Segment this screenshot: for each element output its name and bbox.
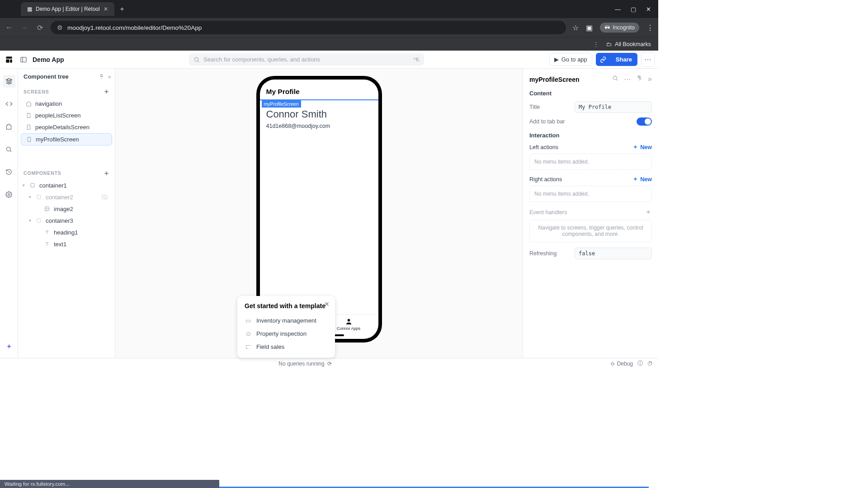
add-event-handler-button[interactable]: ＋ [645, 207, 652, 217]
forward-button[interactable]: → [20, 23, 29, 32]
component-item-image2[interactable]: image2 [21, 203, 112, 215]
new-right-action-button[interactable]: ＋ New [632, 175, 652, 183]
svg-rect-35 [611, 363, 614, 365]
title-input[interactable] [575, 101, 652, 113]
component-item-text1[interactable]: text1 [21, 239, 112, 250]
screen-icon [25, 113, 32, 118]
svg-rect-13 [27, 125, 30, 130]
go-to-app-button[interactable]: ▶ Go to app [549, 53, 592, 66]
selection-badge[interactable]: myProfileScreen [262, 100, 301, 108]
copy-link-button[interactable] [596, 53, 610, 66]
rail-settings-icon[interactable] [3, 188, 15, 201]
address-bar[interactable]: ⚙ moodjoy1.retool.com/mobile/editor/Demo… [51, 21, 566, 34]
screen-item-myProfileScreen[interactable]: myProfileScreen [21, 133, 112, 145]
inspector-panel: myProfileScreen ⋯ » Content Title Add to… [523, 69, 658, 358]
popover-title: Get started with a template [245, 302, 328, 310]
extensions-icon[interactable]: ▣ [586, 23, 593, 32]
add-component-button[interactable]: ＋ [103, 169, 110, 178]
pin-icon[interactable] [99, 74, 104, 80]
maximize-icon[interactable]: ▢ [631, 6, 636, 13]
chrome-menu-icon[interactable]: ⋮ [646, 23, 654, 32]
svg-point-7 [7, 147, 11, 151]
template-inventory[interactable]: ▭ Inventory management [245, 314, 328, 327]
add-screen-button[interactable]: ＋ [103, 87, 110, 96]
component-item-container3[interactable]: ▾container3 [21, 215, 112, 226]
component-item-container2[interactable]: ▾container2 [21, 192, 112, 203]
browser-tab[interactable]: ▦ Demo App | Editor | Retool ✕ [21, 2, 114, 16]
tab-favicon: ▦ [27, 6, 32, 12]
rail-search-icon[interactable] [3, 143, 15, 155]
chevron-down-icon[interactable]: ▾ [29, 195, 31, 199]
url-text: moodjoy1.retool.com/mobile/editor/Demo%2… [67, 24, 202, 31]
template-field-sales[interactable]: ⫍ Field sales [245, 340, 328, 353]
reload-button[interactable]: ⟳ [35, 23, 44, 32]
svg-line-10 [9, 172, 10, 172]
svg-point-31 [347, 319, 350, 322]
incognito-chip[interactable]: 🕶 Incognito [600, 23, 639, 33]
component-tree-panel: Component tree « SCREENS ＋ navigationpeo… [18, 69, 115, 358]
status-help-icon[interactable]: ⓘ [637, 360, 643, 367]
new-left-action-button[interactable]: ＋ New [632, 143, 652, 151]
rail-components-icon[interactable] [3, 75, 15, 88]
debug-button[interactable]: Debug [610, 361, 633, 367]
new-tab-button[interactable]: ＋ [119, 5, 125, 13]
svg-rect-15 [31, 183, 34, 187]
box-dashed-icon [36, 194, 42, 200]
close-icon[interactable]: ✕ [104, 6, 108, 12]
folder-icon: 🗀 [606, 41, 612, 47]
search-input[interactable]: Search for components, queries, and acti… [189, 53, 424, 66]
inventory-icon: ▭ [245, 317, 252, 324]
screen-item-navigation[interactable]: navigation [21, 98, 112, 109]
chevron-down-icon[interactable]: ▾ [23, 183, 25, 188]
search-icon[interactable] [612, 75, 618, 84]
svg-line-8 [10, 150, 11, 152]
image-icon [44, 206, 50, 211]
hidden-icon[interactable] [101, 194, 108, 200]
screen-item-peopleListScreen[interactable]: peopleListScreen [21, 110, 112, 121]
all-bookmarks-folder[interactable]: 🗀 All Bookmarks [606, 41, 651, 47]
query-status: No queries running ⟳ [5, 361, 605, 367]
more-icon[interactable]: ⋯ [624, 75, 631, 84]
bookmark-star-icon[interactable]: ☆ [572, 23, 579, 32]
bookmarks-menu-icon[interactable]: ⋮ [593, 41, 599, 47]
tab-bar-label: Add to tab bar [529, 118, 637, 125]
rail-code-icon[interactable] [3, 98, 15, 110]
close-window-icon[interactable]: ✕ [646, 6, 651, 13]
search-placeholder: Search for components, queries, and acti… [203, 56, 320, 63]
component-item-container1[interactable]: ▾container1 [21, 180, 112, 191]
screen-item-peopleDetailsScreen[interactable]: peopleDetailsScreen [21, 122, 112, 133]
text-icon [44, 241, 50, 247]
back-button[interactable]: ← [5, 23, 14, 32]
app-more-button[interactable]: ⋯ [641, 52, 655, 67]
canvas[interactable]: My Profile myProfileScreen Connor Smith … [115, 69, 523, 358]
event-handlers-label: Event handlers [529, 209, 567, 216]
app-top-bar: Demo App Search for components, queries,… [0, 51, 658, 69]
rail-state-icon[interactable] [3, 120, 15, 133]
expand-icon[interactable]: » [648, 75, 652, 84]
tab-bar-toggle[interactable] [637, 117, 652, 126]
content-section: Content [529, 90, 652, 97]
template-property[interactable]: ⊙ Property inspection [245, 327, 328, 340]
svg-rect-1 [6, 59, 9, 63]
site-settings-icon[interactable]: ⚙ [57, 24, 63, 31]
right-actions-label: Right actions [529, 176, 562, 183]
component-item-heading1[interactable]: heading1 [21, 227, 112, 238]
collapse-panel-icon[interactable]: « [108, 73, 111, 80]
browser-nav-bar: ← → ⟳ ⚙ moodjoy1.retool.com/mobile/edito… [0, 18, 658, 37]
share-button[interactable]: Share [610, 53, 637, 66]
browser-tabs-bar: ▦ Demo App | Editor | Retool ✕ ＋ — ▢ ✕ [0, 0, 658, 18]
panel-toggle-icon[interactable] [20, 56, 27, 63]
retool-logo[interactable] [4, 54, 14, 65]
refreshing-label: Refreshing [529, 250, 575, 257]
refreshing-input[interactable] [575, 248, 652, 259]
minimize-icon[interactable]: — [615, 6, 621, 13]
right-actions-empty: No menu items added. [529, 186, 652, 202]
rail-ai-icon[interactable] [3, 341, 15, 353]
unpin-icon[interactable] [637, 75, 642, 84]
close-icon[interactable]: ✕ [324, 300, 330, 308]
status-activity-icon[interactable]: ⏱ [647, 361, 653, 367]
chevron-down-icon[interactable]: ▾ [29, 218, 31, 223]
rail-history-icon[interactable] [3, 165, 15, 178]
tab-title: Demo App | Editor | Retool [36, 6, 100, 12]
svg-rect-16 [37, 195, 41, 199]
